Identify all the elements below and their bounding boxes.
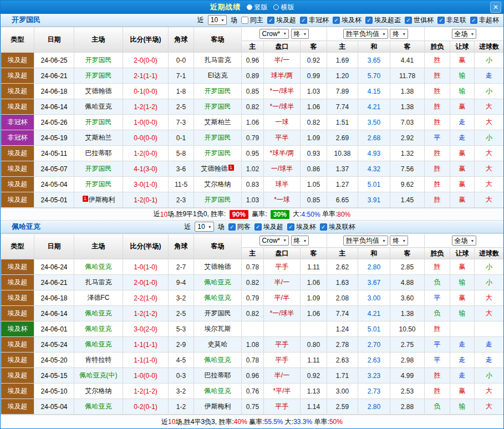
checkbox-unchecked-icon[interactable] <box>241 17 248 24</box>
away-team[interactable]: 佩哈亚克 <box>194 275 242 290</box>
checkbox-checked-icon[interactable]: ✓ <box>228 223 236 231</box>
filter-checkbox[interactable]: ✓世俱杯 <box>405 16 434 25</box>
radio-icon[interactable] <box>273 4 279 10</box>
checkbox-checked-icon[interactable]: ✓ <box>405 17 412 24</box>
avg-odds-select[interactable]: 胜平负均值▼ <box>343 236 388 246</box>
checkbox-checked-icon[interactable]: ✓ <box>470 17 477 24</box>
home-team[interactable]: 艾德翰德 <box>74 84 123 99</box>
away-team[interactable]: 开罗国民 <box>194 306 242 321</box>
home-team[interactable]: 开罗国民 <box>74 177 123 192</box>
away-team[interactable]: 艾德翰德 <box>194 259 242 275</box>
fulltime-select[interactable]: 全场▼ <box>452 29 477 39</box>
filter-checkbox[interactable]: ✓埃及超 <box>254 222 283 232</box>
radio-icon[interactable] <box>247 4 252 10</box>
home-team[interactable]: 开罗国民 <box>74 115 123 130</box>
recent-count-select[interactable]: 10 ▼ <box>195 222 213 232</box>
recent-count-select[interactable]: 10 ▼ <box>208 15 227 25</box>
away-team[interactable]: 开罗国民 <box>194 84 242 99</box>
chevron-down-icon: ▼ <box>221 18 225 22</box>
away-team[interactable]: 开罗国民 <box>194 130 242 146</box>
asian-handicap: 半/一 <box>264 275 301 290</box>
away-team[interactable]: 艾斯柏兰 <box>194 115 242 130</box>
summary-text: 50% <box>329 418 343 426</box>
filter-checkbox[interactable]: ✓同客 <box>228 222 251 232</box>
away-team[interactable]: 艾尔格纳 <box>194 177 242 192</box>
asian-odds-away: 1.13 <box>301 384 327 399</box>
home-team[interactable]: 艾尔格纳 <box>74 384 123 399</box>
asian-odds-home: 0.96 <box>242 53 264 68</box>
checkbox-checked-icon[interactable]: ✓ <box>287 223 294 231</box>
home-team[interactable]: 佩哈亚克 <box>74 259 123 275</box>
away-team[interactable]: 巴拉蒂耶 <box>194 368 242 384</box>
away-team[interactable]: 史莫哈 <box>194 337 242 353</box>
filter-checkbox[interactable]: ✓非超杯 <box>470 16 499 25</box>
home-team[interactable]: 肯特拉特 <box>74 353 123 368</box>
away-team[interactable]: 扎马雷克 <box>194 53 242 68</box>
col-euro-draw: 和 <box>358 248 390 259</box>
home-team[interactable]: 开罗国民 <box>74 53 123 68</box>
away-team[interactable]: 艾德翰德1 <box>194 161 242 177</box>
col-goals: 进球数 <box>475 248 504 259</box>
filter-checkbox[interactable]: 同主 <box>241 16 263 25</box>
checkbox-checked-icon[interactable]: ✓ <box>267 17 274 24</box>
filter-checkbox[interactable]: ✓埃及超盃 <box>365 16 401 25</box>
match-date: 24-05-04 <box>34 399 74 415</box>
home-team[interactable]: 泽德FC <box>74 290 123 306</box>
filter-checkbox[interactable]: ✓埃及杯 <box>287 222 316 232</box>
league-type: 埃及超 <box>1 68 34 84</box>
radio-horizontal-layout[interactable]: 横版 <box>273 3 294 12</box>
home-team[interactable]: 扎马雷克 <box>74 275 123 290</box>
away-team[interactable]: EI达克 <box>194 68 242 84</box>
final-odds-select[interactable]: 终▼ <box>291 236 309 246</box>
corners: 7-1 <box>169 68 194 84</box>
away-team[interactable]: 佩哈亚克 <box>194 290 242 306</box>
euro-odds-home: 1.71 <box>327 368 358 384</box>
euro-odds-draw: 4.93 <box>358 146 390 161</box>
filter-checkbox[interactable]: ✓非冠杯 <box>300 16 329 25</box>
final-euro-select[interactable]: 终▼ <box>390 29 408 39</box>
away-team[interactable]: 开罗国民 <box>194 146 242 161</box>
filter-checkbox[interactable]: ✓埃及超 <box>267 16 296 25</box>
radio-vertical-layout[interactable]: 竖版 <box>247 3 268 12</box>
asian-handicap: 半/一 <box>264 53 301 68</box>
away-team[interactable]: 埃尔瓦斯 <box>194 321 242 337</box>
bookmaker-select[interactable]: Crow*▼ <box>259 29 289 39</box>
away-team[interactable]: 伊斯梅利 <box>194 399 242 415</box>
league-type: 埃及超 <box>1 384 34 399</box>
home-team[interactable]: 佩哈亚克(中) <box>74 368 123 384</box>
euro-odds-away: 2.53 <box>390 384 425 399</box>
home-team[interactable]: 开罗国民 <box>74 68 123 84</box>
home-team[interactable]: 佩哈亚克 <box>74 337 123 353</box>
home-team[interactable]: 巴拉蒂耶 <box>74 146 123 161</box>
away-team[interactable]: 开罗国民 <box>194 99 242 115</box>
final-euro-select[interactable]: 终▼ <box>390 236 408 246</box>
away-team[interactable]: 佩哈亚克 <box>194 353 242 368</box>
close-icon[interactable]: ✕ <box>490 2 501 13</box>
checkbox-checked-icon[interactable]: ✓ <box>365 17 373 24</box>
final-odds-select[interactable]: 终▼ <box>291 29 309 39</box>
checkbox-checked-icon[interactable]: ✓ <box>300 17 307 24</box>
away-team[interactable]: 佩哈亚克 <box>194 384 242 399</box>
away-team[interactable]: 开罗国民 <box>194 192 242 208</box>
home-team[interactable]: 开罗国民 <box>74 161 123 177</box>
euro-odds-home: 7.74 <box>327 306 358 321</box>
home-team[interactable]: 佩哈亚克 <box>74 306 123 321</box>
filter-checkbox[interactable]: ✓埃及杯 <box>333 16 362 25</box>
avg-odds-select[interactable]: 胜平负均值▼ <box>343 29 388 39</box>
checkbox-checked-icon[interactable]: ✓ <box>320 223 327 231</box>
checkbox-checked-icon[interactable]: ✓ <box>254 223 262 231</box>
checkbox-checked-icon[interactable]: ✓ <box>333 17 340 24</box>
filter-checkbox[interactable]: ✓非足联 <box>437 16 466 25</box>
home-team[interactable]: 佩哈亚克 <box>74 399 123 415</box>
fulltime-select[interactable]: 全场▼ <box>452 236 477 246</box>
league-type: 埃及超 <box>1 99 34 115</box>
checkbox-checked-icon[interactable]: ✓ <box>437 17 445 24</box>
home-team[interactable]: 1伊斯梅利 <box>74 192 123 208</box>
match-date: 24-06-14 <box>34 99 74 115</box>
home-team[interactable]: 佩哈亚克 <box>74 99 123 115</box>
match-row: 埃及超24-05-24佩哈亚克1-1(1-1)2-9史莫哈1.08平手0.802… <box>1 337 504 353</box>
home-team[interactable]: 佩哈亚克 <box>74 321 123 337</box>
bookmaker-select[interactable]: Crow*▼ <box>259 236 289 246</box>
home-team[interactable]: 艾斯柏兰 <box>74 130 123 146</box>
filter-checkbox[interactable]: ✓埃及联杯 <box>320 222 355 232</box>
